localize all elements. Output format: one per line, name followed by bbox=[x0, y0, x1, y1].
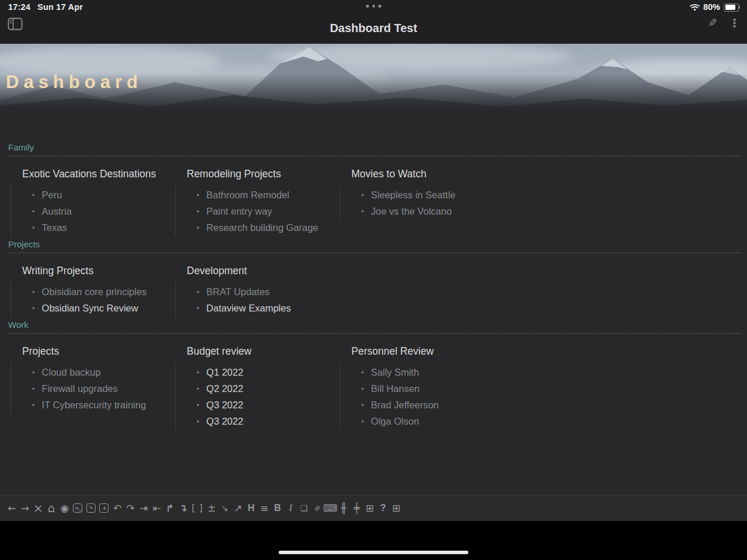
link-text: Dataview Examples bbox=[207, 303, 291, 314]
jump-down-icon[interactable]: ↴ bbox=[177, 499, 190, 517]
plus-minus-icon[interactable]: ± bbox=[205, 499, 218, 517]
link-text: Q3 2022 bbox=[207, 400, 243, 411]
status-date: Sun 17 Apr bbox=[37, 2, 83, 12]
banner-title: Dashboard bbox=[6, 72, 142, 93]
column-title: Budget review bbox=[187, 345, 340, 358]
link-list: •Sally Smith•Bill Hansen•Brad Jeffeerson… bbox=[340, 363, 747, 430]
list-item[interactable]: •Firewall upgrades bbox=[11, 380, 175, 397]
list-item[interactable]: •Q3 2022 bbox=[176, 413, 340, 429]
list-item[interactable]: •Austria bbox=[11, 203, 175, 219]
kebab-menu-icon: ⋮ bbox=[729, 16, 740, 29]
close-icon[interactable]: × bbox=[32, 499, 45, 517]
list-item[interactable]: •Q3 2022 bbox=[176, 397, 340, 413]
list-item[interactable]: •Paint entry way bbox=[176, 203, 340, 219]
bullet-icon: • bbox=[197, 191, 200, 200]
bullet-icon: • bbox=[197, 417, 200, 426]
battery-icon bbox=[724, 4, 739, 12]
link-text: Sleepless in Seattle bbox=[371, 190, 456, 201]
column-title: Movies to Watch bbox=[351, 168, 747, 180]
note-title: Dashboard Test bbox=[330, 22, 417, 35]
bullet-icon: • bbox=[197, 304, 200, 313]
bullet-icon: • bbox=[197, 207, 200, 216]
list-item[interactable]: •Joe vs the Volcano bbox=[340, 203, 747, 219]
column: Projects•Cloud backup•Firewall upgrades•… bbox=[11, 345, 175, 430]
expand-icon[interactable]: ↗ bbox=[232, 499, 245, 517]
list-item[interactable]: •Bathroom Remodel bbox=[176, 187, 340, 203]
list-item[interactable]: •Q2 2022 bbox=[176, 380, 340, 397]
list-item[interactable]: •BRAT Updates bbox=[176, 284, 747, 300]
column: Budget review•Q1 2022•Q2 2022•Q3 2022•Q3… bbox=[175, 345, 340, 430]
obsidian-app: 17:24 Sun 17 Apr 80% Dashboard Tes bbox=[0, 0, 747, 560]
navigate-icon[interactable]: ◉ bbox=[58, 499, 71, 517]
jump-up-icon[interactable]: ↱ bbox=[163, 499, 177, 517]
wifi-icon bbox=[690, 4, 700, 11]
bullet-icon: • bbox=[197, 223, 200, 232]
list-item[interactable]: •Sally Smith bbox=[340, 364, 747, 380]
redo-icon[interactable]: ↷ bbox=[124, 499, 137, 517]
link-text: IT Cybersecurity training bbox=[42, 400, 146, 411]
list-item[interactable]: •Peru bbox=[11, 187, 175, 203]
bottom-bar bbox=[0, 521, 747, 560]
multitask-handle-icon[interactable] bbox=[366, 5, 381, 8]
title-bar: Dashboard Test ✎ ⋮ bbox=[0, 14, 747, 44]
bullet-icon: • bbox=[197, 368, 200, 377]
list-item[interactable]: •Sleepless in Seattle bbox=[340, 187, 747, 203]
help-icon[interactable]: ? bbox=[376, 499, 390, 517]
list-item[interactable]: •Obsidian Sync Review bbox=[11, 300, 175, 316]
bullet-list-icon[interactable]: ≡ bbox=[258, 499, 271, 517]
indent-icon[interactable]: ⇥ bbox=[137, 499, 151, 517]
pencil-icon: ✎ bbox=[708, 16, 717, 29]
more-options-button[interactable]: ⋮ bbox=[729, 16, 740, 29]
compose-icon[interactable]: ✎ bbox=[85, 499, 98, 517]
bullet-icon: • bbox=[32, 223, 35, 232]
bullet-icon: • bbox=[32, 368, 35, 377]
heading-icon[interactable]: H bbox=[245, 499, 258, 517]
column: Development•BRAT Updates•Dataview Exampl… bbox=[175, 265, 747, 317]
list-item[interactable]: •Texas bbox=[11, 219, 175, 236]
link-text: Bill Hansen bbox=[371, 383, 420, 394]
bullet-icon: • bbox=[361, 417, 364, 426]
section-heading: Projects bbox=[8, 239, 747, 249]
list-item[interactable]: •Cloud backup bbox=[11, 364, 175, 380]
sidebar-toggle-button[interactable] bbox=[8, 18, 23, 32]
collapse-icon[interactable]: ↘ bbox=[218, 499, 232, 517]
bullet-icon: • bbox=[361, 191, 364, 200]
list-item[interactable]: •IT Cybersecurity training bbox=[11, 397, 175, 413]
italic-icon[interactable]: I bbox=[284, 499, 298, 517]
sidebar-icon bbox=[8, 18, 23, 30]
list-item[interactable]: •Q1 2022 bbox=[176, 364, 340, 380]
bullet-icon: • bbox=[32, 191, 35, 200]
undo-icon[interactable]: ↶ bbox=[111, 499, 124, 517]
link-text: BRAT Updates bbox=[207, 286, 270, 298]
edit-toggle-button[interactable]: ✎ bbox=[708, 16, 717, 29]
list-item[interactable]: •Olga Olson bbox=[340, 413, 747, 429]
bullet-icon: • bbox=[32, 384, 35, 393]
internal-link-brackets-icon[interactable]: [ ] bbox=[190, 499, 205, 517]
list-item[interactable]: •Dataview Examples bbox=[176, 300, 747, 316]
home-indicator[interactable] bbox=[279, 551, 469, 554]
bullet-icon: • bbox=[197, 384, 200, 393]
list-item[interactable]: •Obisidian core principles bbox=[11, 284, 175, 300]
outdent-icon[interactable]: ⇤ bbox=[151, 499, 164, 517]
forward-icon[interactable]: → bbox=[19, 499, 32, 517]
link-text: Peru bbox=[42, 190, 62, 201]
new-tab-icon[interactable]: ⊞ bbox=[363, 499, 376, 517]
bold-icon[interactable]: B bbox=[271, 499, 284, 517]
split-horizontal-icon[interactable]: ╪ bbox=[350, 499, 364, 517]
list-item[interactable]: •Brad Jeffeerson bbox=[340, 397, 747, 413]
bullet-icon: • bbox=[32, 288, 35, 296]
column: Remodeling Projects•Bathroom Remodel•Pai… bbox=[175, 168, 340, 237]
home-icon[interactable]: ⌂ bbox=[45, 499, 58, 517]
split-vertical-icon[interactable]: ╫ bbox=[337, 499, 350, 517]
list-item[interactable]: •Bill Hansen bbox=[340, 380, 747, 397]
bullet-icon: • bbox=[361, 401, 364, 410]
column-title: Projects bbox=[22, 345, 175, 358]
add-note-icon[interactable]: + bbox=[97, 499, 111, 517]
popout-window-icon[interactable]: ⊞ bbox=[390, 499, 403, 517]
back-icon[interactable]: ← bbox=[5, 499, 19, 517]
section-columns: Writing Projects•Obisidian core principl… bbox=[11, 265, 747, 317]
section-columns: Projects•Cloud backup•Firewall upgrades•… bbox=[11, 345, 747, 430]
list-item[interactable]: •Research building Garage bbox=[176, 219, 340, 236]
bullet-icon: • bbox=[32, 304, 35, 313]
terminal-icon[interactable]: >_ bbox=[71, 499, 85, 517]
